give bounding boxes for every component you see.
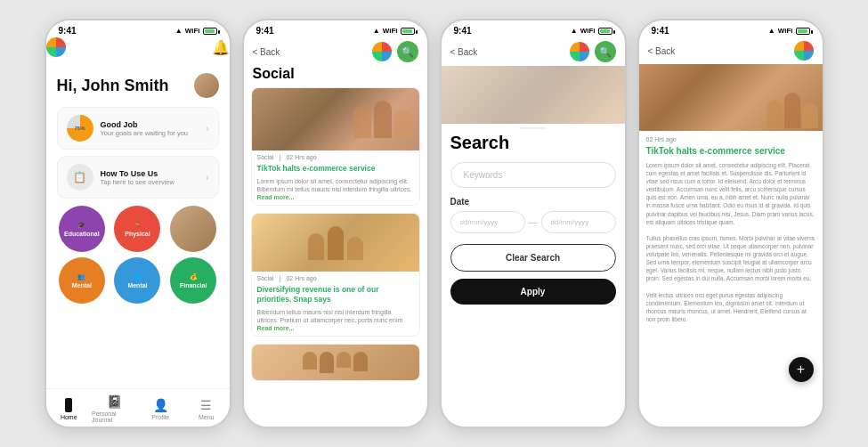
wifi-icon-s: WiFi	[383, 27, 398, 35]
card-text-2: How To Use Us Tap here to see overview	[101, 169, 199, 186]
article-time-1: 02 Hrs ago	[286, 154, 316, 160]
journal-label: Personal Journal	[92, 410, 138, 423]
article-image-3	[252, 345, 419, 380]
educational-label: Educational	[64, 231, 100, 237]
social-articles: Social | 02 Hrs ago TikTok halts e-comme…	[244, 87, 427, 427]
article-title-2: Diversifying revenue is one of our prior…	[252, 283, 419, 305]
bell-icon[interactable]: 🔔	[212, 39, 230, 56]
profile-icon: 👤	[153, 398, 168, 412]
search-button-search[interactable]: 🔍	[595, 41, 616, 62]
battery-icon-sr	[598, 28, 612, 35]
educational-icon: 🎓	[77, 222, 85, 229]
app-logo	[46, 37, 66, 57]
status-bar-home: 9:41 ▲ WiFi	[46, 20, 230, 37]
how-to-sub: Tap here to see overview	[101, 178, 199, 186]
read-more-1[interactable]: Read more...	[257, 194, 295, 200]
mental-label: Mental	[127, 282, 147, 289]
category-physical[interactable]: 🏃 Physical	[114, 206, 160, 252]
good-job-card[interactable]: 75% Good Job Your goals are waiting for …	[57, 107, 219, 150]
signal-icon-sr: ▲	[571, 27, 578, 35]
search-panel: Search Keywords Date dd/mm/yyyy — dd/mm/…	[442, 133, 625, 427]
article-card-2[interactable]: Social | 02 Hrs ago Diversifying revenue…	[251, 213, 420, 337]
how-to-icon: 📋	[67, 164, 93, 191]
nav-journal[interactable]: 📓 Personal Journal	[92, 394, 138, 423]
home-nav-icon: ⌂	[65, 398, 72, 412]
date-from-input[interactable]: dd/mm/yyyy	[450, 211, 525, 233]
card-text: Good Job Your goals are waiting for you	[101, 120, 199, 137]
physical-icon: 🏃	[134, 222, 142, 229]
wifi-icon-sr: WiFi	[580, 27, 596, 35]
financial-icon: 💰	[190, 273, 198, 280]
progress-ring: 75%	[67, 115, 93, 142]
back-button[interactable]: < Back	[253, 47, 280, 57]
category-mental[interactable]: 🌐 Mental	[114, 257, 160, 304]
article-card-1[interactable]: Social | 02 Hrs ago TikTok halts e-comme…	[251, 87, 420, 206]
search-title: Search	[450, 133, 616, 153]
how-to-use-card[interactable]: 📋 How To Use Us Tap here to see overview…	[57, 156, 219, 199]
phone-search: 9:41 ▲ WiFi < Back 🔍 Search Keywords Dat…	[440, 19, 627, 428]
nav-menu[interactable]: ☰ Menu	[183, 394, 230, 423]
social-label-bar	[442, 124, 625, 133]
date-from-placeholder: dd/mm/yyyy	[460, 218, 499, 226]
financial-label: Financial	[180, 282, 207, 289]
status-bar-search: 9:41 ▲ WiFi	[442, 20, 625, 37]
search-button[interactable]: 🔍	[397, 41, 418, 62]
arrow-icon-2: ›	[206, 173, 208, 183]
category-educational[interactable]: 🎓 Educational	[59, 206, 105, 252]
greeting-row: Hi, John Smith	[57, 73, 219, 98]
bottom-nav: ⌂ Home 📓 Personal Journal 👤 Profile ☰ Me…	[46, 388, 230, 427]
time-social: 9:41	[256, 26, 274, 36]
nav-home[interactable]: ⌂ Home	[46, 394, 93, 423]
article-hero-image	[639, 64, 823, 131]
article-card-3[interactable]	[251, 344, 420, 381]
separator2: |	[280, 275, 281, 281]
article-category-1: Social	[257, 154, 274, 160]
keywords-placeholder: Keywords	[464, 170, 503, 180]
user-avatar	[194, 73, 219, 98]
signal-icon-s: ▲	[373, 27, 380, 35]
detail-header: < Back	[639, 37, 823, 64]
good-job-title: Good Job	[101, 120, 199, 129]
keywords-input[interactable]: Keywords	[450, 162, 616, 188]
date-dash: —	[529, 217, 538, 227]
how-to-title: How To Use Us	[101, 169, 199, 178]
battery-icon-s	[401, 28, 415, 35]
social-icon: 👥	[77, 273, 85, 280]
date-to-placeholder: dd/mm/yyyy	[551, 218, 589, 226]
mental-icon: 🌐	[134, 273, 142, 280]
journal-icon: 📓	[107, 394, 122, 409]
battery-icon-d	[796, 28, 810, 35]
category-avatar	[170, 206, 216, 252]
phone-detail-wrapper: 9:41 ▲ WiFi < Back 02 Hrs ago TikTok hal…	[637, 19, 824, 428]
read-more-2[interactable]: Read more...	[257, 325, 295, 331]
clear-search-button[interactable]: Clear Search	[450, 244, 616, 272]
divider-line	[520, 127, 547, 129]
menu-label: Menu	[199, 414, 215, 420]
article-title-detail: TikTok halts e-commerce service	[646, 145, 815, 157]
wifi-icon: WiFi	[185, 27, 200, 35]
article-category-2: Social	[257, 275, 274, 281]
category-financial[interactable]: 💰 Financial	[170, 257, 216, 304]
apply-button[interactable]: Apply	[450, 279, 616, 305]
category-social[interactable]: 👥 Mental	[59, 257, 105, 304]
article-meta-2: Social | 02 Hrs ago	[252, 272, 419, 283]
battery-icon	[203, 28, 217, 35]
category-grid: 🎓 Educational 🏃 Physical 👥 Mental	[57, 206, 219, 304]
time-search: 9:41	[454, 26, 472, 36]
article-image-1	[252, 88, 419, 150]
separator: |	[280, 154, 281, 160]
back-button-detail[interactable]: < Back	[648, 46, 676, 56]
profile-label: Profile	[151, 414, 169, 420]
menu-icon: ☰	[200, 398, 212, 412]
back-button-search[interactable]: < Back	[450, 47, 478, 57]
phone-social: 9:41 ▲ WiFi < Back 🔍 Social	[242, 19, 429, 428]
physical-label: Physical	[125, 231, 150, 237]
social-header: < Back 🔍	[244, 37, 427, 66]
status-icons-search: ▲ WiFi	[571, 27, 612, 35]
date-to-input[interactable]: dd/mm/yyyy	[541, 211, 616, 233]
phone-home: 9:41 ▲ WiFi 🔔 Hi, John Smith 75% Good Jo…	[45, 19, 231, 428]
article-meta-1: Social | 02 Hrs ago	[252, 150, 419, 162]
article-title-1: TikTok halts e-commerce service	[252, 162, 419, 175]
fab-button[interactable]: +	[789, 357, 814, 382]
nav-profile[interactable]: 👤 Profile	[138, 394, 184, 423]
